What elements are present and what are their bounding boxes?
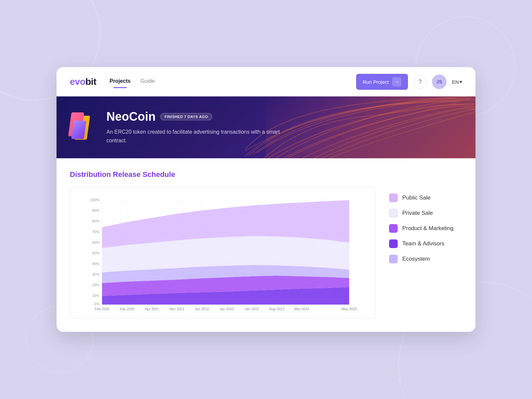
logo: evobit bbox=[70, 76, 96, 87]
svg-text:10%: 10% bbox=[92, 294, 99, 298]
legend-label-product-marketing: Product & Marketing bbox=[402, 225, 454, 232]
svg-text:Jan 2023: Jan 2023 bbox=[219, 307, 234, 311]
banner-logo bbox=[70, 112, 96, 142]
legend-color-team-advisors bbox=[389, 239, 398, 248]
svg-text:100%: 100% bbox=[90, 198, 99, 202]
svg-text:Jan 2023: Jan 2023 bbox=[244, 307, 259, 311]
svg-text:Nov 2021: Nov 2021 bbox=[170, 307, 185, 311]
logo-bit: bit bbox=[85, 76, 96, 87]
section-title: Distribution Release Schedule bbox=[70, 170, 462, 179]
banner-title-row: NeoCoin FINISHED 7 Days ago bbox=[106, 110, 299, 124]
legend-label-public-sale: Public Sale bbox=[402, 195, 431, 201]
svg-text:0%: 0% bbox=[94, 302, 99, 306]
svg-text:20%: 20% bbox=[92, 283, 99, 287]
svg-text:50%: 50% bbox=[92, 251, 99, 255]
header-right: Run Project → ? JS EN ▾ bbox=[356, 74, 462, 90]
legend-color-public-sale bbox=[389, 194, 398, 202]
banner-description: An ERC20 token created to facilitate adv… bbox=[106, 128, 299, 145]
language-selector[interactable]: EN ▾ bbox=[452, 79, 462, 85]
main-content: Distribution Release Schedule 100% 90% 8… bbox=[57, 158, 475, 332]
main-container: evobit Projects Guide Run Project → ? JS… bbox=[57, 67, 475, 332]
chart-legend: Public Sale Private Sale Product & Marke… bbox=[389, 187, 462, 263]
run-project-label: Run Project bbox=[363, 79, 389, 85]
svg-text:30%: 30% bbox=[92, 272, 99, 276]
svg-text:May 2025: May 2025 bbox=[341, 307, 357, 311]
chart-container: 100% 90% 80% 70% 60% 50% 40% 30% 20% 10%… bbox=[70, 187, 376, 319]
legend-label-private-sale: Private Sale bbox=[402, 210, 433, 216]
logo-evo: evo bbox=[70, 76, 85, 87]
legend-color-private-sale bbox=[389, 209, 398, 217]
svg-text:Sep 2020: Sep 2020 bbox=[120, 307, 135, 311]
svg-text:90%: 90% bbox=[92, 208, 99, 212]
legend-color-product-marketing bbox=[389, 224, 398, 233]
legend-label-team-advisors: Team & Advisors bbox=[402, 240, 445, 247]
svg-text:40%: 40% bbox=[92, 262, 99, 266]
legend-label-ecosystem: Ecosystem bbox=[402, 256, 430, 262]
svg-text:60%: 60% bbox=[92, 240, 99, 244]
svg-text:Jun 2022: Jun 2022 bbox=[195, 307, 209, 311]
svg-text:Feb 2020: Feb 2020 bbox=[95, 307, 110, 311]
svg-text:Apr 2021: Apr 2021 bbox=[145, 307, 159, 311]
nav-item-guide[interactable]: Guide bbox=[141, 78, 155, 85]
legend-private-sale: Private Sale bbox=[389, 209, 462, 217]
svg-text:80%: 80% bbox=[92, 219, 99, 223]
svg-text:70%: 70% bbox=[92, 230, 99, 234]
help-button[interactable]: ? bbox=[413, 75, 427, 88]
banner-title: NeoCoin bbox=[106, 110, 156, 124]
legend-team-advisors: Team & Advisors bbox=[389, 239, 462, 248]
legend-product-marketing: Product & Marketing bbox=[389, 224, 462, 233]
nav: Projects Guide bbox=[109, 78, 342, 85]
legend-ecosystem: Ecosystem bbox=[389, 255, 462, 263]
chart-section: 100% 90% 80% 70% 60% 50% 40% 30% 20% 10%… bbox=[70, 187, 462, 319]
banner-content: NeoCoin FINISHED 7 Days ago An ERC20 tok… bbox=[106, 110, 299, 145]
svg-text:Mar 2024: Mar 2024 bbox=[294, 307, 309, 311]
svg-text:Aug 2023: Aug 2023 bbox=[269, 307, 284, 311]
legend-color-ecosystem bbox=[389, 255, 398, 263]
legend-public-sale: Public Sale bbox=[389, 194, 462, 202]
logo-purple bbox=[71, 121, 86, 139]
run-project-button[interactable]: Run Project → bbox=[356, 74, 408, 90]
distribution-chart: 100% 90% 80% 70% 60% 50% 40% 30% 20% 10%… bbox=[73, 194, 369, 314]
banner: NeoCoin FINISHED 7 Days ago An ERC20 tok… bbox=[57, 96, 475, 158]
arrow-icon: → bbox=[392, 77, 401, 86]
header: evobit Projects Guide Run Project → ? JS… bbox=[57, 67, 475, 96]
status-badge: FINISHED 7 Days ago bbox=[160, 113, 212, 120]
nav-item-projects[interactable]: Projects bbox=[109, 78, 130, 85]
avatar[interactable]: JS bbox=[432, 74, 447, 89]
